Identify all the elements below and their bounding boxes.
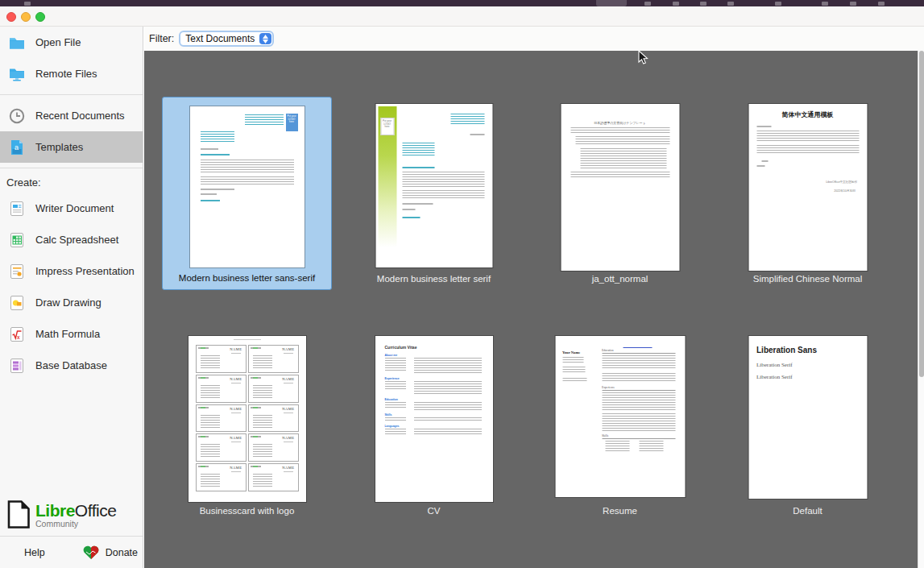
template-thumbnail: Liberation Sans Liberation Serif Liberat…: [748, 336, 867, 499]
math-formula-icon: x: [8, 325, 26, 343]
base-database-icon: [8, 357, 26, 375]
panel-icon: [727, 2, 734, 6]
template-card-simplified-chinese[interactable]: 简体中文通用模板 LibreOffice中文社区制作 2022年10月30日 S…: [723, 97, 893, 290]
template-card-cv[interactable]: Curriculum Vitae About me Experience Edu…: [349, 329, 519, 522]
template-name: CV: [349, 506, 519, 516]
sidebar-item-label: Open File: [35, 36, 81, 48]
template-thumbnail: Curriculum Vitae About me Experience Edu…: [375, 336, 493, 502]
template-name: Default: [723, 506, 893, 516]
template-grid: Put your LOGO here Modern business lette…: [144, 51, 918, 568]
os-top-panel: [0, 0, 924, 6]
template-card-businesscard[interactable]: NAME NAME NAME NAME NAME NAME NAME NAME …: [162, 329, 332, 522]
template-thumbnail: NAME NAME NAME NAME NAME NAME NAME NAME …: [189, 336, 306, 502]
panel-icon: [24, 2, 31, 6]
sidebar: Open File Remote Files Recent Documents: [0, 27, 143, 568]
window-titlebar[interactable]: [0, 6, 924, 27]
select-stepper-icon: [259, 33, 271, 44]
panel-icon: [700, 2, 706, 6]
sidebar-item-label: Recent Documents: [35, 110, 125, 122]
document-title: Your Name: [562, 350, 580, 354]
close-window-button[interactable]: [6, 12, 16, 22]
writer-document-icon: [8, 200, 26, 218]
sidebar-item-math-formula[interactable]: x Math Formula: [0, 318, 143, 350]
impress-presentation-icon: [8, 263, 26, 280]
sidebar-item-label: Writer Document: [35, 202, 114, 214]
donate-link[interactable]: Donate: [82, 545, 138, 560]
template-icon: a: [8, 139, 26, 156]
sidebar-item-remote-files[interactable]: Remote Files: [0, 58, 143, 89]
template-thumbnail: Your Name Education Experience Skills: [555, 336, 685, 497]
panel-icon: [644, 2, 651, 6]
logo-placeholder: Put your LOGO here: [286, 114, 298, 131]
document-title: Curriculum Vitae: [385, 345, 417, 350]
logo-libre: Libre: [35, 501, 75, 520]
panel-icon: [673, 2, 679, 6]
template-name: Modern business letter sans-serif: [163, 273, 331, 283]
libreoffice-document-icon: [6, 500, 31, 529]
filter-select[interactable]: Text Documents: [179, 31, 274, 47]
panel-icon: [822, 2, 828, 6]
active-app-segment: [596, 0, 627, 6]
sidebar-item-draw-drawing[interactable]: Draw Drawing: [0, 287, 143, 318]
logo-placeholder: Put your LOGO here: [380, 118, 394, 135]
mouse-cursor: [638, 50, 648, 65]
document-title: 简体中文通用模板: [748, 110, 867, 119]
template-name: Businesscard with logo: [162, 506, 332, 516]
sidebar-divider: [0, 168, 143, 168]
zoom-window-button[interactable]: [35, 12, 45, 22]
template-name: ja_ott_normal: [535, 274, 705, 284]
calc-spreadsheet-icon: [8, 231, 26, 249]
template-card-modern-letter-sans[interactable]: Put your LOGO here Modern business lette…: [162, 97, 332, 290]
panel-icon: [775, 2, 781, 6]
filter-label: Filter:: [149, 33, 174, 44]
create-section-label: Create:: [6, 176, 143, 191]
svg-text:a: a: [15, 143, 19, 151]
panel-icon: [878, 2, 885, 6]
template-card-ja-ott-normal[interactable]: 日本語標準の文書向けテンプレート ja_ott_normal: [535, 97, 705, 290]
sidebar-item-label: Templates: [35, 141, 83, 153]
filter-selected-value: Text Documents: [185, 33, 255, 44]
scrollbar-thumb[interactable]: [919, 51, 924, 377]
template-thumbnail: 简体中文通用模板 LibreOffice中文社区制作 2022年10月30日: [748, 104, 867, 271]
scrollbar-track[interactable]: [918, 51, 924, 568]
panel-icon: [850, 2, 856, 6]
template-thumbnail: 日本語標準の文書向けテンプレート: [561, 104, 679, 271]
help-link[interactable]: Help: [24, 547, 45, 558]
svg-text:x: x: [16, 333, 20, 340]
donate-heart-icon: [82, 545, 100, 560]
template-thumbnail: Put your LOGO here: [190, 106, 305, 267]
sidebar-item-label: Remote Files: [35, 68, 97, 80]
sidebar-item-recent-documents[interactable]: Recent Documents: [0, 100, 143, 131]
sidebar-item-open-file[interactable]: Open File: [0, 27, 143, 58]
sidebar-item-label: Math Formula: [35, 328, 100, 340]
folder-icon: [8, 34, 26, 52]
logo-office: Office: [75, 501, 116, 520]
sidebar-item-writer-document[interactable]: Writer Document: [0, 193, 143, 224]
template-card-resume[interactable]: Your Name Education Experience Skills Re…: [535, 329, 705, 522]
sidebar-item-base-database[interactable]: Base Database: [0, 350, 143, 381]
document-credit: LibreOffice中文社区制作: [826, 180, 857, 184]
template-card-modern-letter-serif[interactable]: Put your LOGO here Modern business lette…: [349, 97, 519, 290]
sidebar-item-impress-presentation[interactable]: Impress Presentation: [0, 255, 143, 287]
sidebar-item-templates[interactable]: a Templates: [0, 131, 143, 163]
sidebar-item-calc-spreadsheet[interactable]: Calc Spreadsheet: [0, 224, 143, 255]
sidebar-item-label: Draw Drawing: [35, 296, 102, 309]
template-name: Modern business letter serif: [349, 274, 519, 284]
template-thumbnail: Put your LOGO here: [375, 104, 492, 267]
sidebar-item-label: Calc Spreadsheet: [35, 234, 118, 246]
libreoffice-start-center: Open File Remote Files Recent Documents: [0, 0, 924, 568]
template-card-default[interactable]: Liberation Sans Liberation Serif Liberat…: [723, 329, 893, 522]
document-title: 日本語標準の文書向けテンプレート: [561, 121, 679, 125]
template-name: Resume: [535, 506, 705, 516]
libreoffice-logo: LibreOffice Community: [0, 495, 143, 536]
remote-folder-icon: [8, 65, 26, 83]
document-date: 2022年10月30日: [834, 189, 856, 193]
sidebar-item-label: Base Database: [35, 359, 107, 371]
sidebar-footer: LibreOffice Community Help Donate: [0, 495, 143, 568]
filter-bar: Filter: Text Documents: [144, 27, 924, 51]
donate-label: Donate: [106, 547, 138, 558]
clock-icon: [8, 107, 26, 125]
sidebar-divider: [0, 94, 143, 95]
minimize-window-button[interactable]: [21, 12, 31, 22]
draw-drawing-icon: [8, 294, 26, 312]
